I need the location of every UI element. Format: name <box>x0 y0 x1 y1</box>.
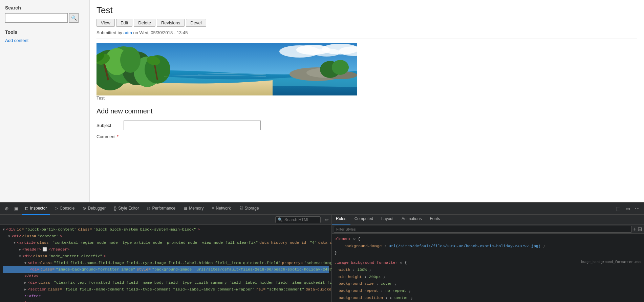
css-rule-formatter: .image-background-formatter ⚙ { image_ba… <box>335 259 641 302</box>
css-tab-rules[interactable]: Rules <box>332 215 350 224</box>
add-content-link[interactable]: Add content <box>5 38 28 43</box>
search-title: Search <box>5 5 84 10</box>
view-button[interactable]: View <box>96 19 115 27</box>
devtools-split-horizontal[interactable]: ⬚ <box>614 204 622 213</box>
search-button[interactable]: 🔍 <box>69 13 79 23</box>
devtools-responsive[interactable]: ▣ <box>12 204 20 213</box>
html-line: </div> <box>3 273 329 280</box>
html-content: ▼ <div id="block-bartik-content" class="… <box>0 225 331 302</box>
devtools-pick-element[interactable]: ⊕ <box>3 204 11 213</box>
console-icon: ▷ <box>55 206 58 211</box>
css-panel: Rules Computed Layout Animations Fonts +… <box>332 215 644 302</box>
page-divider <box>96 39 637 39</box>
search-input[interactable] <box>5 13 68 23</box>
comment-row: Comment <box>96 134 269 139</box>
html-line: ▶ <div class="clearfix text-formatted fi… <box>3 279 329 286</box>
subject-row: Subject <box>96 121 269 130</box>
devel-button[interactable]: Devel <box>186 19 206 27</box>
css-add-rule-button[interactable]: + <box>633 226 636 232</box>
memory-icon: ▦ <box>184 206 187 211</box>
devtools: ⊕ ▣ ◻ Inspector ▷ Console ⊙ Debugger {} … <box>0 202 644 302</box>
tab-network[interactable]: ≡ Network <box>209 203 234 215</box>
comment-label: Comment <box>96 134 120 139</box>
html-line: ▼ <article class="contextual-region node… <box>3 239 329 246</box>
html-line: ▶ <section class="field field--name-comm… <box>3 286 329 293</box>
tab-style-editor[interactable]: {} Style Editor <box>110 203 142 215</box>
storage-icon: 🗄 <box>239 206 243 211</box>
submitted-line: Submitted by adm on Wed, 05/30/2018 - 13… <box>96 30 637 35</box>
html-line: ::after <box>3 293 329 300</box>
html-line: </div> <box>3 299 329 302</box>
devtools-more[interactable]: ⋯ <box>633 204 641 213</box>
search-html-input[interactable] <box>284 217 318 222</box>
html-line: ▼ <div class="node_content clearfix" > <box>3 253 329 260</box>
subject-input[interactable] <box>124 121 261 130</box>
page-area: Test View Edit Delete Revisions Devel Su… <box>90 0 644 202</box>
revisions-button[interactable]: Revisions <box>157 19 185 27</box>
html-panel: 🔍 ✏ ▼ <div id="block-bartik-content" cla… <box>0 215 332 302</box>
tab-inspector[interactable]: ◻ Inspector <box>22 203 50 215</box>
css-filter-bar: + ⊟ <box>332 225 644 234</box>
subject-label: Subject <box>96 123 120 128</box>
css-tab-computed[interactable]: Computed <box>350 215 377 224</box>
tab-memory[interactable]: ▦ Memory <box>180 203 207 215</box>
css-panel-tabs: Rules Computed Layout Animations Fonts <box>332 215 644 225</box>
css-filter-input[interactable] <box>334 226 632 233</box>
devtools-toolbar: ⊕ ▣ ◻ Inspector ▷ Console ⊙ Debugger {} … <box>0 203 644 215</box>
css-filename: image_background_formatter.css <box>580 259 641 265</box>
main-content: Search 🔍 Tools Add content Test View Edi… <box>0 0 644 202</box>
edit-button[interactable]: Edit <box>116 19 132 27</box>
submitted-user[interactable]: adm <box>124 30 132 35</box>
tab-debugger[interactable]: ⊙ Debugger <box>79 203 109 215</box>
search-section: Search 🔍 <box>5 5 84 23</box>
page-title: Test <box>96 5 637 16</box>
search-html-icon: 🔍 <box>278 217 283 222</box>
image-caption: Test <box>96 95 637 101</box>
html-line: ▼ <div class="content" > <box>3 233 329 240</box>
html-line: ▶ <header> ⬜ </header> <box>3 246 329 253</box>
performance-icon: ◎ <box>147 206 150 211</box>
css-content: element ⚙ { background-image : url(/site… <box>332 234 644 302</box>
devtools-body: 🔍 ✏ ▼ <div id="block-bartik-content" cla… <box>0 215 644 302</box>
svg-point-12 <box>120 47 141 73</box>
css-settings-button[interactable]: ⊟ <box>638 226 642 232</box>
tab-storage[interactable]: 🗄 Storage <box>236 203 262 215</box>
inspector-icon: ◻ <box>25 206 28 211</box>
html-line: ▼ <div id="block-bartik-content" class="… <box>3 226 329 233</box>
tools-title: Tools <box>5 29 84 35</box>
action-buttons: View Edit Delete Revisions Devel <box>96 19 637 27</box>
hero-image <box>96 43 357 95</box>
css-tab-animations[interactable]: Animations <box>398 215 426 224</box>
tools-section: Tools Add content <box>5 29 84 43</box>
style-editor-icon: {} <box>114 206 116 211</box>
network-icon: ≡ <box>212 206 214 211</box>
sidebar: Search 🔍 Tools Add content <box>0 0 90 202</box>
delete-button[interactable]: Delete <box>134 19 155 27</box>
search-html-box: 🔍 <box>275 216 321 223</box>
css-tab-layout[interactable]: Layout <box>377 215 398 224</box>
tab-console[interactable]: ▷ Console <box>51 203 78 215</box>
search-box: 🔍 <box>5 13 84 23</box>
comment-heading: Add new comment <box>96 107 637 115</box>
css-rule-element: element ⚙ { background-image : url(/site… <box>335 236 641 257</box>
debugger-icon: ⊙ <box>83 206 86 211</box>
devtools-split-vertical[interactable]: ▭ <box>624 204 632 213</box>
html-line: ▼ <div class="field field--name-field-im… <box>3 260 329 266</box>
comment-form: Subject Comment <box>96 121 269 139</box>
svg-point-22 <box>332 60 349 75</box>
devtools-toolbar-right: ⬚ ▭ ⋯ <box>614 204 641 213</box>
html-panel-toolbar: 🔍 ✏ <box>0 215 331 225</box>
css-tab-fonts[interactable]: Fonts <box>426 215 444 224</box>
edit-html-icon[interactable]: ✏ <box>325 217 329 222</box>
tab-performance[interactable]: ◎ Performance <box>144 203 179 215</box>
html-line-highlighted[interactable]: <div class="image-background-formatter i… <box>3 266 329 273</box>
